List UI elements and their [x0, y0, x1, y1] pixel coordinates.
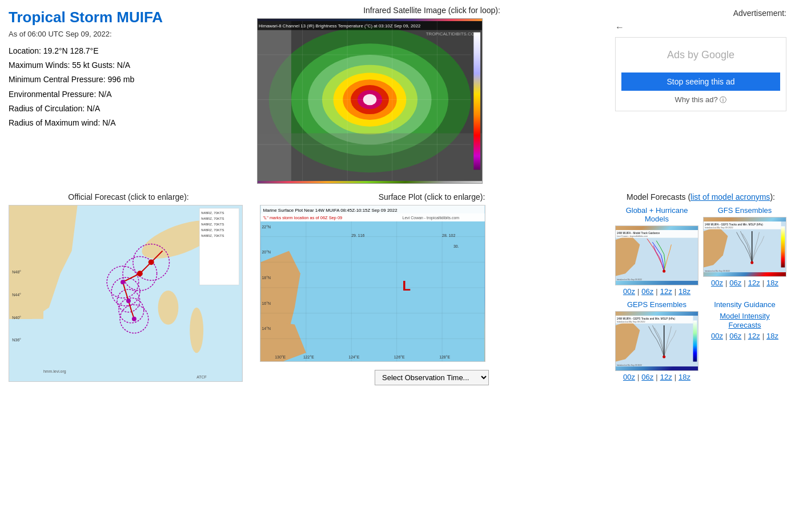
geps-18z-link[interactable]: 18z: [678, 373, 690, 381]
svg-text:126°E: 126°E: [394, 355, 405, 359]
why-this-ad[interactable]: Why this ad? ⓘ: [621, 95, 780, 105]
svg-text:Initialized at 06z Sep 09 2022: Initialized at 06z Sep 09 2022: [705, 227, 733, 229]
svg-text:N40°: N40°: [12, 316, 21, 320]
geps-ensembles-image[interactable]: 14W MUIFA - GEPS Tracks and Min. MSLP (h…: [615, 311, 698, 371]
svg-text:Initialized at 06z Sep 09 2022: Initialized at 06z Sep 09 2022: [617, 279, 642, 281]
surface-title: Surface Plot (click to enlarge):: [260, 192, 604, 201]
intensity-12z-link[interactable]: 12z: [748, 332, 760, 340]
model-acronyms-link[interactable]: list of model acronyms: [690, 192, 770, 201]
advertisement-panel: Advertisement: ← Ads by Google Stop seei…: [612, 6, 789, 184]
svg-text:N48RZ, 70KTS: N48RZ, 70KTS: [201, 234, 224, 237]
svg-point-39: [121, 280, 125, 284]
env-pressure-info: Environmental Pressure: N/A: [9, 87, 248, 102]
model-forecasts-section: Model Forecasts (list of model acronyms)…: [612, 190, 789, 388]
forecast-title: Official Forecast (click to enlarge):: [9, 192, 248, 201]
info-icon: ⓘ: [720, 96, 726, 104]
svg-text:30.: 30.: [453, 244, 459, 248]
radius-circulation-info: Radius of Circulation: N/A: [9, 102, 248, 116]
gfs-title: GFS Ensembles: [703, 206, 786, 215]
svg-text:Himawari-8 Channel 13 (IR) Bri: Himawari-8 Channel 13 (IR) Brightness Te…: [259, 23, 420, 29]
svg-rect-95: [781, 227, 785, 268]
stop-seeing-ad-button[interactable]: Stop seeing this ad: [621, 72, 780, 91]
svg-rect-103: [693, 321, 697, 362]
svg-point-38: [126, 299, 131, 303]
radius-max-wind-info: Radius of Maximum wind: N/A: [9, 116, 248, 130]
storm-details: Location: 19.2°N 128.7°E Maximum Winds: …: [9, 44, 248, 130]
svg-text:Initialized at 06z Sep 09 2022: Initialized at 06z Sep 09 2022: [617, 364, 642, 366]
intensity-06z-link[interactable]: 06z: [729, 332, 741, 340]
svg-text:14W MUIFA - Model Track Guidan: 14W MUIFA - Model Track Guidance: [617, 232, 660, 235]
gfs-time-links: 00z | 06z | 12z | 18z: [703, 279, 786, 287]
svg-text:Initialized at 06z Sep 09 2022: Initialized at 06z Sep 09 2022: [617, 321, 645, 323]
geps-06z-link[interactable]: 06z: [641, 373, 653, 381]
svg-text:20°N: 20°N: [262, 250, 271, 254]
svg-text:ATCF: ATCF: [196, 375, 207, 379]
model-intensity-forecasts-link[interactable]: Model Intensity Forecasts: [720, 312, 769, 329]
svg-point-40: [137, 271, 143, 276]
svg-text:29. 116: 29. 116: [351, 233, 364, 237]
svg-text:TROPICALTIDIBITS.COM: TROPICALTIDIBITS.COM: [426, 31, 479, 37]
svg-text:14W MUIFA - GEPS Tracks and Mi: 14W MUIFA - GEPS Tracks and Min. MSLP (h…: [617, 317, 676, 320]
svg-point-28: [158, 291, 179, 325]
ad-back-button[interactable]: ←: [615, 22, 624, 33]
page-title: Tropical Storm MUIFA: [9, 9, 248, 26]
geps-title: GEPS Ensembles: [615, 300, 698, 309]
surface-plot-image[interactable]: Marine Surface Plot Near 14W MUIFA 08:45…: [260, 205, 485, 362]
svg-rect-13: [473, 33, 480, 170]
global-hurricane-image[interactable]: 14W MUIFA - Model Track Guidance Levi Co…: [615, 225, 698, 285]
svg-text:Levi Cowan - tropicaltidibits.: Levi Cowan - tropicaltidibits.com: [617, 235, 648, 237]
intensity-guidance-section: Intensity Guidance Model Intensity Forec…: [703, 300, 786, 381]
svg-text:N48°: N48°: [12, 270, 21, 274]
ads-by-google-label: Ads by Google: [621, 43, 780, 67]
geps-ensembles-section: GEPS Ensembles: [615, 300, 698, 381]
svg-text:14W MUIFA - GEFS Tracks and Mi: 14W MUIFA - GEFS Tracks and Min. MSLP (h…: [705, 223, 763, 226]
global-06z-link[interactable]: 06z: [641, 287, 653, 296]
intensity-title: Intensity Guidance: [703, 300, 786, 309]
gfs-ensembles-image[interactable]: 14W MUIFA - GEFS Tracks and Min. MSLP (h…: [703, 217, 786, 277]
geps-12z-link[interactable]: 12z: [660, 373, 672, 381]
global-hurricane-section: Global + Hurricane Models 14W MUIFA - Mo…: [615, 206, 698, 296]
svg-rect-12: [258, 133, 482, 181]
svg-text:124°E: 124°E: [348, 355, 359, 359]
intensity-00z-link[interactable]: 00z: [711, 332, 723, 340]
svg-text:hmm.levi.org: hmm.levi.org: [43, 369, 66, 374]
svg-text:122°E: 122°E: [303, 355, 314, 359]
max-winds-info: Maximum Winds: 55 kt Gusts: N/A: [9, 58, 248, 72]
svg-text:14°N: 14°N: [262, 327, 271, 331]
global-00z-link[interactable]: 00z: [623, 287, 635, 296]
svg-text:N48RZ, 70KTS: N48RZ, 70KTS: [201, 228, 224, 232]
svg-text:"L" marks storm location as of: "L" marks storm location as of 06Z Sep 0…: [263, 215, 342, 220]
svg-text:130°E: 130°E: [275, 355, 286, 359]
svg-point-37: [132, 317, 136, 321]
svg-text:Marine Surface Plot Near 14W M: Marine Surface Plot Near 14W MUIFA 08:45…: [263, 208, 398, 213]
svg-text:Initialized at 06z Sep 09 2022: Initialized at 06z Sep 09 2022: [705, 270, 730, 272]
intensity-time-links: 00z | 06z | 12z | 18z: [703, 332, 786, 340]
satellite-title[interactable]: Infrared Satellite Image (click for loop…: [257, 6, 607, 15]
svg-text:Levi Cowan - tropicaltidibits.: Levi Cowan - tropicaltidibits.com: [403, 216, 460, 220]
svg-point-29: [190, 308, 203, 353]
svg-point-107: [662, 355, 665, 358]
svg-point-41: [148, 259, 154, 265]
svg-text:L: L: [403, 278, 411, 293]
svg-text:28. 102: 28. 102: [442, 233, 455, 237]
satellite-image[interactable]: Himawari-8 Channel 13 (IR) Brightness Te…: [257, 18, 483, 184]
gfs-18z-link[interactable]: 18z: [766, 279, 778, 287]
svg-point-91: [662, 269, 665, 272]
svg-point-99: [750, 261, 753, 264]
forecast-image[interactable]: N48° N44° N40° N36° N48RZ, 70KTS N48RZ, …: [9, 205, 243, 382]
svg-text:16°N: 16°N: [262, 301, 271, 305]
satellite-section: Infrared Satellite Image (click for loop…: [257, 6, 607, 184]
gfs-12z-link[interactable]: 12z: [748, 279, 760, 287]
global-12z-link[interactable]: 12z: [660, 287, 672, 296]
surface-plot-section: Surface Plot (click to enlarge): Marine …: [257, 190, 607, 388]
svg-text:22°N: 22°N: [262, 225, 271, 229]
svg-text:18°N: 18°N: [262, 276, 271, 280]
gfs-06z-link[interactable]: 06z: [729, 279, 741, 287]
global-18z-link[interactable]: 18z: [678, 287, 690, 296]
model-grid: Global + Hurricane Models 14W MUIFA - Mo…: [615, 206, 786, 381]
geps-00z-link[interactable]: 00z: [623, 373, 635, 381]
observation-time-select[interactable]: Select Observation Time...: [375, 370, 489, 385]
intensity-18z-link[interactable]: 18z: [766, 332, 778, 340]
official-forecast-section: Official Forecast (click to enlarge):: [6, 190, 251, 388]
gfs-00z-link[interactable]: 00z: [711, 279, 723, 287]
